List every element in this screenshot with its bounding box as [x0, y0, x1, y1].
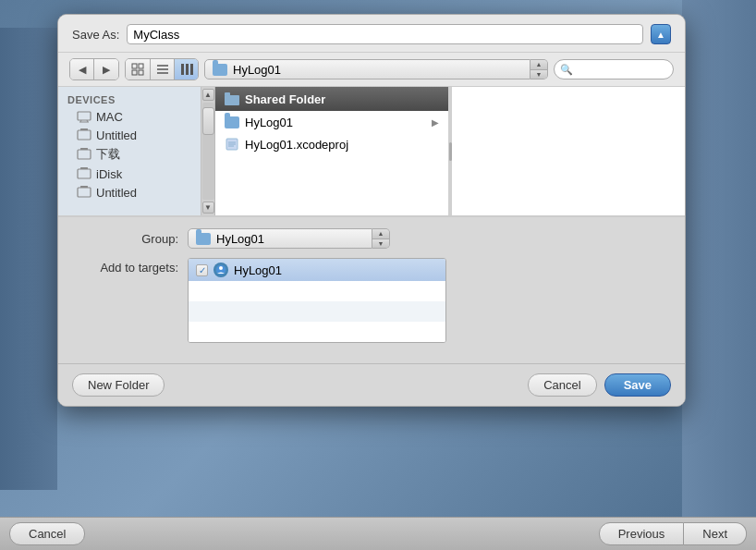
scroll-track [202, 103, 214, 200]
save-as-input[interactable] [127, 24, 643, 44]
back-button[interactable]: ◀ [70, 59, 94, 79]
svg-rect-2 [132, 70, 137, 75]
scroll-down-button[interactable]: ▼ [202, 202, 214, 214]
scroll-up-button[interactable]: ▲ [202, 89, 214, 101]
svg-rect-0 [132, 64, 137, 68]
view-grid-button[interactable] [126, 59, 150, 79]
targets-empty-1 [189, 281, 445, 301]
scroll-area: ▲ ▼ [201, 87, 215, 215]
group-stepper[interactable]: ▲ ▼ [372, 228, 390, 249]
stepper-up[interactable]: ▲ [530, 60, 547, 70]
sidebar-item-downloads[interactable]: 下载 [58, 144, 201, 165]
idisk-icon [77, 166, 91, 181]
targets-checkbox[interactable]: ✓ [196, 264, 208, 276]
scroll-thumb[interactable] [202, 107, 214, 135]
shared-folder-header[interactable]: Shared Folder [215, 87, 448, 111]
svg-rect-19 [80, 167, 88, 169]
bottom-bar-right: Previous Next [599, 522, 747, 545]
svg-rect-20 [78, 188, 91, 197]
group-value: HyLog01 [216, 232, 264, 246]
search-icon: 🔍 [560, 64, 573, 76]
untitled-icon [77, 128, 91, 142]
sidebar-item-untitled1[interactable]: Untitled [58, 126, 201, 144]
dialog-buttons: New Folder Cancel Save [58, 363, 685, 406]
target-icon [213, 263, 228, 277]
column-icon [180, 63, 193, 76]
location-text: HyLog01 [233, 63, 281, 77]
xcode-right-panel [682, 0, 756, 550]
bottom-bar-left: Cancel [9, 522, 85, 545]
sidebar-item-label: iDisk [96, 167, 122, 181]
bottom-bar: Cancel Previous Next [0, 517, 756, 550]
expand-button[interactable]: ▲ [651, 24, 671, 44]
sidebar-section-header: DEVICES [58, 92, 201, 107]
targets-item-label: HyLog01 [234, 263, 282, 277]
svg-rect-10 [78, 112, 91, 120]
expand-icon: ▲ [656, 30, 665, 40]
svg-rect-15 [80, 128, 88, 130]
mac-icon [77, 109, 91, 124]
next-button[interactable]: Next [684, 522, 747, 545]
downloads-icon [77, 147, 91, 162]
previous-button[interactable]: Previous [599, 522, 685, 545]
group-folder-icon [196, 233, 211, 245]
group-label: Group: [77, 232, 178, 246]
save-button[interactable]: Save [604, 373, 671, 397]
xcodeproj-icon [225, 137, 239, 152]
svg-rect-21 [80, 186, 88, 188]
view-buttons [125, 58, 199, 80]
location-dropdown[interactable]: HyLog01 [204, 59, 530, 79]
stepper-down[interactable]: ▼ [530, 70, 547, 79]
forward-icon: ▶ [103, 64, 110, 76]
nav-buttons: ◀ ▶ [69, 58, 119, 80]
location-combo: HyLog01 ▲ ▼ [204, 59, 548, 79]
group-stepper-up[interactable]: ▲ [372, 229, 389, 239]
options-area: Group: HyLog01 ▲ ▼ Add to targets: ✓ [58, 216, 685, 363]
svg-rect-23 [225, 92, 230, 96]
svg-rect-7 [181, 64, 184, 75]
file-row-hylog01[interactable]: HyLog01 ▶ [215, 111, 448, 133]
save-dialog: Save As: ▲ ◀ ▶ [57, 14, 686, 407]
targets-empty-3 [189, 322, 445, 342]
svg-rect-14 [78, 130, 91, 140]
right-pane [452, 87, 685, 215]
file-list: Shared Folder HyLog01 ▶ [215, 87, 448, 215]
bottom-cancel-button[interactable]: Cancel [9, 522, 85, 545]
location-stepper[interactable]: ▲ ▼ [530, 59, 548, 79]
list-icon [156, 63, 169, 76]
sidebar-item-label: 下载 [96, 146, 120, 163]
folder-icon [213, 64, 227, 76]
svg-rect-1 [139, 64, 143, 68]
view-column-button[interactable] [174, 59, 198, 79]
hylog01-label: HyLog01 [245, 116, 293, 129]
sidebar-item-untitled2[interactable]: Untitled [58, 183, 201, 202]
xcode-left-panel [0, 28, 57, 490]
svg-point-29 [219, 266, 223, 270]
forward-button[interactable]: ▶ [94, 59, 118, 79]
untitled2-icon [77, 185, 91, 200]
sidebar-item-label: Untitled [96, 186, 137, 200]
sidebar: DEVICES MAC [58, 87, 201, 215]
sidebar-item-label: MAC [96, 110, 123, 124]
save-as-label: Save As: [72, 28, 119, 42]
group-row: Group: HyLog01 ▲ ▼ [77, 228, 666, 249]
back-icon: ◀ [79, 64, 86, 76]
grid-icon [131, 63, 144, 76]
shared-folder-label: Shared Folder [245, 92, 325, 106]
group-dropdown[interactable]: HyLog01 [188, 228, 372, 249]
targets-item[interactable]: ✓ HyLog01 [189, 259, 445, 281]
targets-list: ✓ HyLog01 [188, 258, 446, 343]
svg-rect-3 [139, 70, 143, 75]
group-stepper-down[interactable]: ▼ [372, 239, 389, 249]
right-buttons: Cancel Save [528, 373, 671, 397]
file-row-xcodeproj[interactable]: HyLog01.xcodeproj [215, 133, 448, 155]
svg-rect-16 [78, 150, 91, 159]
xcodeproj-label: HyLog01.xcodeproj [245, 138, 348, 152]
view-list-button[interactable] [150, 59, 174, 79]
hylog01-folder-icon [225, 115, 239, 129]
new-folder-button[interactable]: New Folder [72, 373, 165, 397]
sidebar-item-idisk[interactable]: iDisk [58, 165, 201, 183]
cancel-button[interactable]: Cancel [528, 373, 596, 397]
sidebar-item-mac[interactable]: MAC [58, 107, 201, 126]
targets-row: Add to targets: ✓ HyLog01 [77, 258, 666, 343]
